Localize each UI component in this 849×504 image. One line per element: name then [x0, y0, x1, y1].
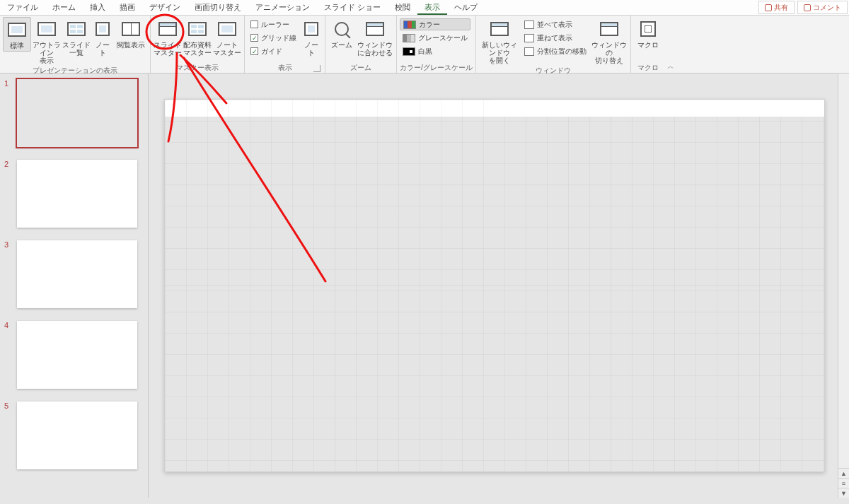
outline-view-icon	[37, 22, 56, 36]
tab-home[interactable]: ホーム	[45, 0, 83, 15]
slide-thumbnail[interactable]	[17, 402, 137, 469]
guides-checkbox[interactable]: ガイド	[248, 45, 299, 57]
notes-master-label: ノート マスター	[213, 41, 241, 57]
ruler-checkbox[interactable]: ルーラー	[248, 18, 299, 30]
group-label-color: カラー/グレースケール	[400, 63, 473, 73]
tab-slideshow[interactable]: スライド ショー	[317, 0, 388, 15]
slide-thumb-2[interactable]: 2	[4, 160, 144, 228]
slide-sorter-button[interactable]: スライド 一覧	[62, 17, 91, 58]
arrange-all-icon	[524, 20, 534, 29]
collapse-ribbon-icon[interactable]: ︿	[667, 61, 674, 71]
slide-canvas[interactable]	[164, 99, 825, 472]
share-button[interactable]: 共有	[758, 1, 795, 14]
group-label-zoom: ズーム	[328, 63, 393, 73]
share-icon	[765, 4, 772, 11]
show-dialog-launcher[interactable]	[313, 65, 320, 72]
switch-windows-icon	[600, 22, 618, 36]
ribbon: 標準 アウトライン 表示 スライド 一覧 ノー ト 閲覧表示 プレゼンテーション…	[0, 16, 849, 74]
new-window-button[interactable]: 新しいウィンドウ を開く	[479, 17, 520, 66]
group-label-macros: マクロ	[634, 63, 662, 73]
slide-thumbnail[interactable]	[17, 79, 137, 147]
fit-window-button[interactable]: ウィンドウ に合わせる	[357, 17, 393, 58]
cascade-label: 重ねて表示	[537, 33, 572, 43]
group-color: カラー グレースケール 白黒 カラー/グレースケール	[397, 16, 476, 73]
group-macros: マクロ マクロ	[631, 16, 665, 73]
zoom-button[interactable]: ズーム	[328, 17, 355, 50]
vertical-scrollbar[interactable]: ▲ ≡ ▼	[838, 74, 849, 498]
bw-swatch-icon	[403, 47, 415, 56]
slide-canvas-area	[149, 74, 838, 498]
gridlines-overlay	[165, 100, 824, 471]
slide-thumbnail[interactable]	[17, 160, 137, 228]
slide-thumbnail[interactable]	[17, 240, 137, 308]
tab-design[interactable]: デザイン	[142, 0, 187, 15]
group-presentation-views: 標準 アウトライン 表示 スライド 一覧 ノー ト 閲覧表示 プレゼンテーション…	[0, 16, 151, 73]
macros-icon	[640, 21, 656, 37]
arrange-all-button[interactable]: 並べて表示	[521, 18, 589, 30]
slide-thumb-3[interactable]: 3	[4, 240, 144, 308]
notes-toggle-button[interactable]: ノー ト	[301, 17, 322, 58]
tab-insert[interactable]: 挿入	[83, 0, 112, 15]
tab-review[interactable]: 校閲	[388, 0, 417, 15]
reading-view-button[interactable]: 閲覧表示	[115, 17, 147, 50]
move-split-button[interactable]: 分割位置の移動	[521, 45, 589, 57]
switch-windows-label: ウィンドウの 切り替え	[591, 41, 628, 64]
group-show: ルーラー グリッド線 ガイド ノー ト 表示	[245, 16, 325, 73]
slide-thumb-1[interactable]: 1	[4, 79, 144, 147]
tab-transitions[interactable]: 画面切り替え	[187, 0, 248, 15]
notes-master-button[interactable]: ノート マスター	[213, 17, 241, 58]
tab-draw[interactable]: 描画	[112, 0, 142, 15]
guides-label: ガイド	[261, 47, 282, 57]
tab-file[interactable]: ファイル	[0, 0, 45, 15]
gridlines-checkbox[interactable]: グリッド線	[248, 32, 299, 44]
tab-animations[interactable]: アニメーション	[248, 0, 317, 15]
move-split-label: 分割位置の移動	[537, 47, 587, 57]
work-area: 1 2 3 4 5 ▲ ≡ ▼	[0, 74, 849, 498]
switch-windows-button[interactable]: ウィンドウの 切り替え	[591, 17, 628, 66]
slide-master-label: スライド マスター	[154, 41, 182, 57]
slide-number: 5	[4, 402, 13, 410]
group-zoom: ズーム ウィンドウ に合わせる ズーム	[325, 16, 397, 73]
ruler-check-icon	[250, 20, 258, 28]
scroll-prev-slide[interactable]: ▲	[838, 468, 849, 478]
color-mode-bw[interactable]: 白黒	[400, 45, 470, 57]
notes-toggle-icon	[304, 22, 318, 36]
guides-check-icon	[250, 47, 258, 55]
normal-view-button[interactable]: 標準	[3, 17, 31, 52]
move-split-icon	[524, 47, 534, 56]
fit-window-label: ウィンドウ に合わせる	[357, 41, 393, 57]
slide-thumb-4[interactable]: 4	[4, 321, 144, 389]
slide-number: 1	[4, 79, 13, 88]
fit-window-icon	[366, 22, 384, 36]
slide-number: 3	[4, 240, 13, 249]
scroll-next-slide[interactable]: ▼	[838, 488, 849, 498]
comments-button[interactable]: コメント	[797, 1, 848, 14]
comments-label: コメント	[813, 3, 841, 13]
slide-thumbnail[interactable]	[17, 321, 137, 389]
handout-master-label: 配布資料 マスター	[183, 41, 212, 57]
tab-help[interactable]: ヘルプ	[447, 0, 485, 15]
gridlines-label: グリッド線	[261, 33, 296, 43]
color-mode-grayscale[interactable]: グレースケール	[400, 32, 470, 44]
color-mode-color[interactable]: カラー	[400, 18, 470, 30]
macros-label: マクロ	[637, 41, 659, 49]
zoom-icon	[335, 22, 349, 36]
cascade-button[interactable]: 重ねて表示	[521, 32, 589, 44]
reading-view-label: 閲覧表示	[117, 41, 145, 49]
slide-number: 2	[4, 160, 13, 168]
slide-thumbnail-pane[interactable]: 1 2 3 4 5	[0, 74, 149, 498]
normal-view-label: 標準	[10, 42, 24, 49]
notes-page-button[interactable]: ノー ト	[92, 17, 113, 58]
notes-page-label: ノー ト	[96, 41, 110, 57]
slide-master-button[interactable]: スライド マスター	[154, 17, 182, 58]
scroll-reset[interactable]: ≡	[838, 478, 849, 488]
handout-master-button[interactable]: 配布資料 マスター	[183, 17, 212, 58]
outline-view-button[interactable]: アウトライン 表示	[33, 17, 61, 66]
macros-button[interactable]: マクロ	[634, 17, 662, 50]
slide-thumb-5[interactable]: 5	[4, 402, 144, 469]
color-mode-bw-label: 白黒	[418, 47, 432, 57]
share-label: 共有	[774, 3, 788, 13]
slide-sorter-label: スライド 一覧	[62, 41, 91, 57]
tab-view[interactable]: 表示	[417, 0, 447, 15]
group-label-master-views: マスター表示	[154, 63, 241, 73]
